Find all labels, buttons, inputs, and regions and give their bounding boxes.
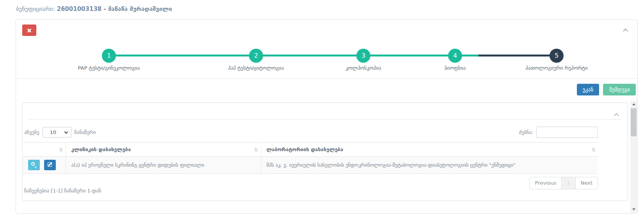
wizard-panel: 1 PAP ტესტი/გინეკოლოგია 2 პაპ ტესტი/ციტო… xyxy=(16,19,638,213)
column-header-actions[interactable]: ⇅ xyxy=(23,143,66,157)
search-input[interactable] xyxy=(536,127,598,138)
wizard-step-2: 2 პაპ ტესტი/ციტოლოგია xyxy=(249,49,263,63)
pagination-next[interactable]: Next xyxy=(575,177,598,189)
beneficiary-label: ბენეფიციარი: xyxy=(16,5,55,12)
table-row: ა(ა) იპ ეროვნული სკრინინგ ცენტრი დიდუბის… xyxy=(23,157,598,174)
results-table: ⇅ კლინიკის დასახელება ⇅ ლაბორატორიის დას… xyxy=(23,142,598,174)
vertical-scrollbar xyxy=(630,101,637,213)
close-icon xyxy=(27,28,32,33)
step-3-circle[interactable]: 3 xyxy=(356,49,370,63)
datatable-zone: აჩვენე 10 ჩანაწერი ძებნა: xyxy=(23,127,598,199)
close-button[interactable] xyxy=(22,25,36,36)
scrollbar-up-button[interactable] xyxy=(630,101,637,108)
row-actions-cell xyxy=(23,157,66,174)
wizard-step-1: 1 PAP ტესტი/გინეკოლოგია xyxy=(102,49,116,63)
column-header-laboratory[interactable]: ლაბორატორიის დასახელება ⇅ xyxy=(261,143,598,157)
triangle-down-icon xyxy=(632,208,635,210)
sort-icon: ⇅ xyxy=(59,146,63,152)
stepper-line-progress xyxy=(109,55,479,56)
magnifier-icon xyxy=(31,162,35,166)
table-header-row: ⇅ კლინიკის დასახელება ⇅ ლაბორატორიის დას… xyxy=(23,143,598,157)
page-size-value: 10 xyxy=(50,129,57,135)
page: ბენეფიციარი: 26001003138 - მაწაწა მურადა… xyxy=(0,0,644,217)
pagination-previous[interactable]: Previous xyxy=(529,177,562,189)
pagination-page-1[interactable]: 1 xyxy=(561,177,575,189)
search-label: ძებნა: xyxy=(519,129,533,135)
sort-icon: ⇅ xyxy=(254,146,258,152)
table-footer: ნაჩვენებია [1-1] ჩანაწერი 1-დან Previous… xyxy=(23,174,598,199)
step-4-circle[interactable]: 4 xyxy=(448,49,462,63)
triangle-up-icon xyxy=(632,103,635,105)
pencil-icon xyxy=(48,162,52,167)
divider xyxy=(16,78,637,79)
wizard-nav-buttons: უკან შემდეგი xyxy=(577,84,636,95)
step-1-circle[interactable]: 1 xyxy=(102,49,116,63)
length-label-after: ჩანაწერი xyxy=(75,129,96,135)
sort-icon: ⇅ xyxy=(591,146,595,152)
divider xyxy=(28,119,622,120)
back-button[interactable]: უკან xyxy=(577,84,600,95)
column-header-clinic[interactable]: კლინიკის დასახელება ⇅ xyxy=(66,143,261,157)
laboratory-name-cell: შპს აკ. ვ. ივერიელის სახელობის ენდოკრინო… xyxy=(261,157,598,174)
scrollbar-down-button[interactable] xyxy=(630,206,637,213)
pagination: Previous 1 Next xyxy=(529,177,598,189)
beneficiary-value: 26001003138 - მაწაწა მურადაშვილი xyxy=(57,5,172,12)
results-card-header xyxy=(23,103,628,119)
chevron-up-icon xyxy=(614,113,619,118)
chevron-up-icon xyxy=(623,28,628,34)
step-5-circle[interactable]: 5 xyxy=(550,49,564,63)
table-controls: აჩვენე 10 ჩანაწერი ძებნა: xyxy=(23,127,598,138)
wizard-stepper: 1 PAP ტესტი/გინეკოლოგია 2 პაპ ტესტი/ციტო… xyxy=(16,41,637,92)
step-1-label: PAP ტესტი/გინეკოლოგია xyxy=(39,65,179,71)
row-view-button[interactable] xyxy=(28,160,40,170)
length-label-before: აჩვენე xyxy=(24,129,39,135)
page-title: ბენეფიციარი: 26001003138 - მაწაწა მურადა… xyxy=(16,5,172,12)
results-card: აჩვენე 10 ჩანაწერი ძებნა: xyxy=(22,102,628,201)
card-collapse-toggle[interactable] xyxy=(615,111,618,119)
scrollbar-thumb[interactable] xyxy=(631,108,637,136)
search-control: ძებნა: xyxy=(519,127,598,138)
length-control: აჩვენე 10 ჩანაწერი xyxy=(24,127,96,138)
page-size-select[interactable]: 10 xyxy=(43,127,71,138)
clinic-name-cell: ა(ა) იპ ეროვნული სკრინინგ ცენტრი დიდუბის… xyxy=(66,157,261,174)
wizard-step-3: 3 კოლპოსკოპია xyxy=(356,49,370,63)
row-edit-button[interactable] xyxy=(44,160,56,170)
next-button[interactable]: შემდეგი xyxy=(603,84,636,95)
wizard-step-5: 5 პათოლოგიური რეპორტი xyxy=(550,49,564,63)
chevron-down-icon xyxy=(64,130,68,134)
panel-collapse-toggle[interactable] xyxy=(624,27,627,34)
table-info: ნაჩვენებია [1-1] ჩანაწერი 1-დან xyxy=(24,188,101,194)
step-2-circle[interactable]: 2 xyxy=(249,49,263,63)
wizard-step-4: 4 ბიოფსია xyxy=(448,49,462,63)
step-5-label: პათოლოგიური რეპორტი xyxy=(486,65,627,71)
scroll-area: აჩვენე 10 ჩანაწერი ძებნა: xyxy=(16,101,637,213)
